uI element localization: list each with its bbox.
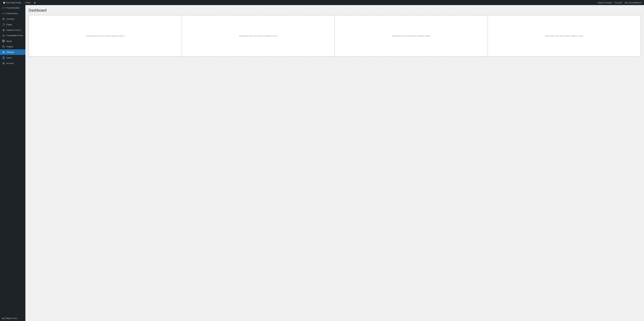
sidebar-item-formidable-forms[interactable]: ⊡ Formidable Forms — [0, 33, 26, 38]
new-item-link[interactable]: + New — [23, 0, 32, 5]
admin-bar-right: Search Contact Account Hai, accountdemo! — [597, 2, 643, 4]
collapse-menu-button[interactable]: ◀ Collapse menu — [0, 316, 26, 321]
sidebar-item-account[interactable]: ⊞ Account — [0, 60, 26, 66]
settings-icon: ⊞ — [2, 51, 5, 54]
dashboard-box-2: Add boxes from the Screen Options menu — [182, 15, 335, 56]
account-icon: ⊞ — [2, 62, 5, 65]
dashboard-box-3: Add boxes from the Screen Options menu — [335, 15, 488, 56]
greeting-text: Hai, accountdemo! — [624, 2, 643, 4]
plugins-icon: 🔌 — [2, 45, 5, 48]
media-icon: 🖼 — [2, 40, 5, 42]
dashboard-box-1: Add boxes from the Screen Options menu — [29, 15, 182, 56]
sidebar-item-label: Kadence Forms — [6, 29, 21, 31]
main-content: Dashboard Add boxes from the Screen Opti… — [26, 5, 644, 321]
site-name: Kek Tapak Kuda — [6, 2, 21, 4]
customize-link[interactable]: ◆ — [32, 0, 37, 5]
users-icon: 👤 — [2, 56, 5, 59]
customize-icon: ◆ — [34, 2, 36, 4]
sidebar-item-label: Contacts — [6, 18, 14, 20]
sidebar-item-label: Automations — [6, 12, 18, 14]
dashboard-grid: Add boxes from the Screen Options menu A… — [28, 15, 641, 57]
automations-icon: ✓✓ — [2, 12, 5, 15]
page-title: Dashboard — [28, 8, 641, 12]
layout: ✓✓ Funnel Builder ✓✓ Automations ☰ Conta… — [0, 5, 644, 321]
search-contact-link[interactable]: Search Contact — [597, 2, 613, 4]
sidebar-item-media[interactable]: 🖼 Media — [0, 38, 26, 44]
sidebar: ✓✓ Funnel Builder ✓✓ Automations ☰ Conta… — [0, 5, 26, 321]
account-link[interactable]: Account — [614, 2, 623, 4]
sidebar-item-label: Pages — [6, 23, 12, 26]
sidebar-item-funnel-builder[interactable]: ✓✓ Funnel Builder — [0, 5, 26, 11]
sidebar-item-pages[interactable]: ❑ Pages — [0, 22, 26, 27]
site-home-link[interactable]: 🏠 Kek Tapak Kuda — [1, 0, 22, 5]
sidebar-item-automations[interactable]: ✓✓ Automations — [0, 11, 26, 16]
kadence-forms-icon: ⊞ — [2, 28, 5, 32]
sidebar-item-label: Formidable Forms — [6, 34, 23, 37]
new-label: + New — [24, 2, 30, 4]
sidebar-item-label: Funnel Builder — [6, 7, 20, 9]
sidebar-item-label: Media — [6, 40, 12, 42]
admin-bar-left: 🏠 Kek Tapak Kuda + New ◆ — [1, 0, 597, 5]
collapse-label: Collapse menu — [4, 317, 17, 320]
sidebar-item-settings[interactable]: ⊞ Settings — [0, 49, 26, 55]
sidebar-item-plugins[interactable]: 🔌 Plugins — [0, 44, 26, 49]
contacts-icon: ☰ — [2, 18, 5, 20]
sidebar-item-label: Account — [6, 62, 14, 64]
dashboard-box-4: Add boxes from the Screen Options menu — [488, 15, 641, 56]
sidebar-item-label: Users — [6, 56, 12, 59]
funnel-builder-icon: ✓✓ — [2, 6, 5, 9]
collapse-icon: ◀ — [2, 317, 3, 320]
sidebar-item-label: Settings — [6, 51, 14, 53]
sidebar-item-kadence-forms[interactable]: ⊞ Kadence Forms — [0, 27, 26, 33]
home-icon: 🏠 — [3, 2, 6, 4]
admin-bar: 🏠 Kek Tapak Kuda + New ◆ Search Contact … — [0, 0, 644, 5]
sidebar-item-users[interactable]: 👤 Users — [0, 55, 26, 60]
sidebar-item-contacts[interactable]: ☰ Contacts — [0, 16, 26, 22]
formidable-forms-icon: ⊡ — [2, 34, 5, 37]
sidebar-item-label: Plugins — [6, 46, 13, 48]
pages-icon: ❑ — [2, 23, 5, 26]
